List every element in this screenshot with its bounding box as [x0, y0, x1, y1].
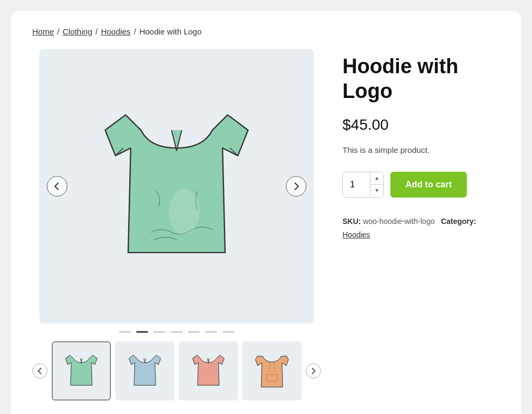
- breadcrumb-sep1: /: [57, 27, 59, 36]
- thumbnail-1[interactable]: [52, 341, 111, 401]
- sku-value: woo-hoodie-with-logo: [363, 217, 435, 226]
- gallery-dots: [119, 331, 234, 333]
- main-image-container: [39, 49, 314, 324]
- product-card: Home / Clothing / Hoodies / Hoodie with …: [11, 11, 521, 414]
- dot-1[interactable]: [119, 331, 131, 333]
- thumbnail-2[interactable]: [115, 341, 174, 401]
- add-to-cart-row: ▲ ▼ Add to cart: [342, 172, 500, 198]
- main-product-image: [90, 89, 263, 283]
- quantity-increment[interactable]: ▲: [370, 172, 383, 185]
- sku-label: SKU:: [342, 217, 361, 226]
- breadcrumb-home[interactable]: Home: [32, 27, 54, 36]
- thumbnail-4[interactable]: [242, 341, 302, 401]
- dot-4[interactable]: [171, 331, 183, 333]
- quantity-decrement[interactable]: ▼: [370, 185, 383, 197]
- breadcrumb-sep3: /: [134, 27, 136, 36]
- dot-3[interactable]: [153, 331, 165, 333]
- gallery-next-button[interactable]: [286, 176, 306, 197]
- quantity-input[interactable]: [343, 172, 370, 197]
- thumbnails-next-button[interactable]: [306, 363, 321, 378]
- breadcrumb-sep2: /: [95, 27, 97, 36]
- thumbnails-prev-button[interactable]: [32, 363, 47, 378]
- dot-7[interactable]: [222, 331, 234, 333]
- dot-6[interactable]: [205, 331, 217, 333]
- breadcrumb: Home / Clothing / Hoodies / Hoodie with …: [32, 27, 500, 36]
- product-title: Hoodie with Logo: [342, 54, 500, 103]
- product-meta: SKU: woo-hoodie-with-logo Category: Hood…: [342, 215, 500, 242]
- category-link[interactable]: Hoodies: [342, 230, 370, 239]
- thumbnail-3[interactable]: [179, 341, 238, 401]
- thumbnail-list: [52, 341, 302, 401]
- gallery-prev-button[interactable]: [47, 176, 67, 197]
- product-layout: Hoodie with Logo $45.00 This is a simple…: [32, 49, 500, 401]
- product-description: This is a simple product.: [342, 144, 500, 157]
- breadcrumb-current: Hoodie with Logo: [139, 27, 202, 36]
- svg-point-0: [169, 189, 200, 235]
- quantity-wrapper: ▲ ▼: [342, 172, 384, 198]
- quantity-spinners: ▲ ▼: [370, 172, 383, 197]
- product-gallery: [32, 49, 321, 401]
- dot-2[interactable]: [136, 331, 148, 333]
- product-price: $45.00: [342, 116, 500, 134]
- dot-5[interactable]: [188, 331, 200, 333]
- product-info: Hoodie with Logo $45.00 This is a simple…: [342, 49, 500, 242]
- add-to-cart-button[interactable]: Add to cart: [390, 172, 467, 198]
- breadcrumb-hoodies[interactable]: Hoodies: [101, 27, 130, 36]
- breadcrumb-clothing[interactable]: Clothing: [62, 27, 92, 36]
- category-label: Category:: [441, 217, 476, 226]
- thumbnail-row: [32, 341, 321, 401]
